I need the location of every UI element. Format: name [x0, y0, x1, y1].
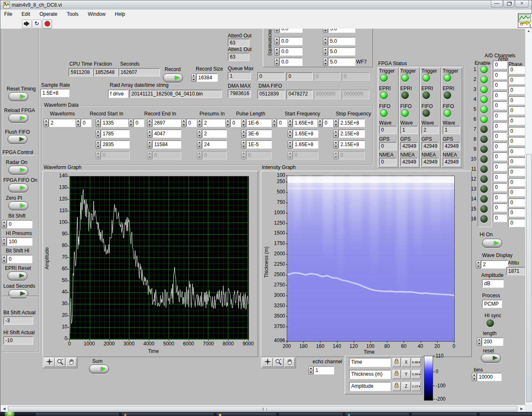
wf-col-spinner[interactable]: [96, 130, 101, 138]
reset-timing-switch[interactable]: [8, 92, 28, 101]
scale-axis-button[interactable]: Z: [401, 382, 411, 391]
pan-tool-button[interactable]: [284, 358, 295, 367]
length-field[interactable]: 200: [482, 338, 503, 346]
gain-field[interactable]: 5.0: [328, 58, 355, 66]
record-size-spinner[interactable]: [191, 73, 196, 82]
gain-field[interactable]: 5.0: [328, 29, 355, 33]
ad-amp-field[interactable]: 0: [493, 203, 507, 212]
menu-tools[interactable]: Tools: [63, 10, 82, 19]
wf-col-field[interactable]: 2.15E+8: [338, 119, 365, 127]
menu-help[interactable]: Help: [111, 10, 129, 19]
offset-spinner[interactable]: [274, 29, 279, 33]
wf-col-index-field[interactable]: 0: [323, 119, 333, 127]
ad-phase-field[interactable]: 0: [508, 178, 525, 186]
ad-amp-field[interactable]: 0: [493, 193, 507, 202]
menu-edit[interactable]: Edit: [18, 10, 34, 19]
wave-display-spinner[interactable]: [476, 260, 481, 269]
ad-amp-field[interactable]: 0: [493, 183, 507, 191]
menu-file[interactable]: File: [0, 10, 16, 19]
wf-col-spinner[interactable]: [241, 119, 246, 127]
wf-col-index-field[interactable]: 0: [186, 119, 197, 127]
offset-spinner[interactable]: [274, 58, 279, 66]
wf-col-index-field[interactable]: 0: [133, 119, 144, 127]
wf-col-field[interactable]: 1.65E+8: [293, 130, 318, 138]
wf-col-index-spinner[interactable]: [318, 119, 323, 127]
ad-amp-field[interactable]: 0: [493, 71, 507, 79]
run-button[interactable]: [22, 20, 32, 29]
wf-col-field[interactable]: 24: [202, 140, 227, 149]
radar-on-switch[interactable]: [8, 166, 28, 175]
scale-format-button[interactable]: 2.22: [411, 382, 421, 391]
epri-reset-switch[interactable]: [7, 272, 27, 281]
waveform-plot[interactable]: [69, 176, 249, 340]
wf-col-spinner[interactable]: [333, 140, 338, 149]
ad-phase-field[interactable]: 0: [508, 96, 525, 105]
reset-switch[interactable]: [481, 354, 501, 363]
ad-phase-field[interactable]: 0: [508, 106, 525, 115]
scale-name-field[interactable]: Amplitude: [349, 382, 391, 391]
wf-col-field[interactable]: 2697: [152, 119, 181, 127]
waveforms-spinner[interactable]: [44, 119, 49, 127]
taskbar-button[interactable]: [479, 412, 532, 416]
scale-format-button[interactable]: 9.99: [411, 370, 421, 379]
cursor-tool-button[interactable]: [262, 358, 273, 367]
ad-amp-field[interactable]: 0: [493, 61, 507, 69]
windows-taskbar[interactable]: [0, 412, 532, 416]
wf-col-field[interactable]: 1785: [101, 130, 130, 138]
ad-phase-field[interactable]: 0: [508, 208, 525, 217]
wf-col-index-field[interactable]: 0: [81, 119, 91, 127]
wf-col-spinner[interactable]: [147, 130, 152, 138]
scale-name-field[interactable]: Thickness (m): [349, 370, 391, 379]
echo-channel-field[interactable]: 1: [313, 366, 334, 374]
scroll-left-arrow[interactable]: ◀: [2, 407, 7, 411]
ad-amp-field[interactable]: 0: [493, 101, 507, 110]
ad-phase-field[interactable]: 0: [508, 157, 525, 166]
scale-format-button[interactable]: 8.88: [411, 358, 421, 367]
wf-col-spinner[interactable]: [288, 119, 293, 127]
ad-amp-field[interactable]: 0: [493, 112, 507, 120]
reload-fpga-switch[interactable]: [8, 114, 28, 123]
vertical-scroll-thumb[interactable]: [526, 154, 532, 402]
taskbar-button[interactable]: [345, 412, 409, 416]
bins-field[interactable]: 10000: [477, 373, 502, 381]
restore-button[interactable]: [503, 0, 515, 7]
menu-operate[interactable]: Operate: [36, 10, 61, 19]
offset-field[interactable]: 0.0: [279, 37, 303, 45]
ad-phase-field[interactable]: 0: [508, 127, 525, 135]
wf-col-field[interactable]: 2.15E+8: [338, 140, 365, 149]
vi-icon-button[interactable]: 1: [518, 13, 532, 28]
amplitude-field[interactable]: dB: [482, 279, 504, 288]
wf-col-index-spinner[interactable]: [181, 119, 186, 127]
horizontal-scroll-thumb[interactable]: [8, 406, 517, 411]
scroll-right-arrow[interactable]: ▶: [519, 407, 524, 411]
wf-col-spinner[interactable]: [197, 119, 202, 127]
bit-shift-hi-spinner[interactable]: [2, 255, 7, 263]
wf-col-field[interactable]: 2: [202, 119, 227, 127]
zero-pi-switch[interactable]: [8, 201, 28, 210]
bins-spinner[interactable]: [472, 373, 477, 381]
minimize-button[interactable]: —: [491, 0, 503, 7]
ad-phase-field[interactable]: 0: [508, 86, 525, 94]
bit-shift-spinner[interactable]: [2, 220, 7, 228]
wf-col-spinner[interactable]: [147, 140, 152, 149]
taskbar-button[interactable]: [35, 412, 119, 416]
ad-phase-field[interactable]: 0: [508, 76, 525, 84]
menu-window[interactable]: Window: [84, 10, 109, 19]
fpga-fifo-on-switch[interactable]: [8, 184, 28, 193]
sum-switch[interactable]: [89, 365, 109, 374]
scale-name-field[interactable]: Time: [349, 358, 391, 367]
wf-col-field[interactable]: 1.65E+8: [293, 140, 318, 149]
offset-spinner[interactable]: [274, 47, 279, 56]
intensity-plot[interactable]: [287, 176, 455, 342]
abort-button[interactable]: [42, 20, 52, 29]
wf-col-spinner[interactable]: [96, 140, 101, 149]
gain-spinner[interactable]: [323, 58, 328, 66]
sample-rate-field[interactable]: 1.5E+8: [40, 89, 69, 97]
wf-col-field[interactable]: 1335: [101, 119, 130, 127]
wf-col-field[interactable]: 11584: [152, 140, 181, 149]
scale-lock-button[interactable]: [392, 358, 401, 367]
wf-col-index-spinner[interactable]: [225, 119, 230, 127]
ad-phase-field[interactable]: 0: [508, 117, 525, 125]
ad-amp-field[interactable]: 0: [493, 142, 507, 151]
cursor-tool-button[interactable]: [44, 358, 54, 367]
